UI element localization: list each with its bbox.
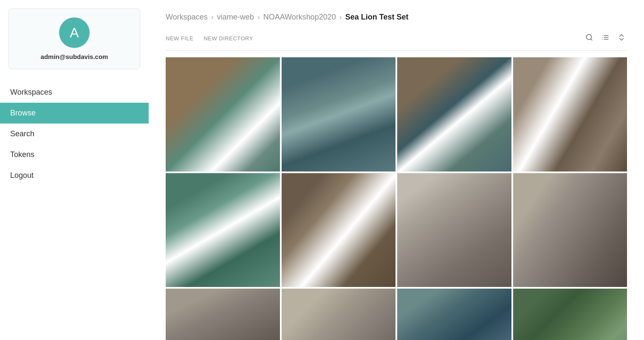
- image-item[interactable]: [513, 289, 627, 340]
- image-item[interactable]: [166, 289, 280, 340]
- sort-button[interactable]: [616, 32, 627, 45]
- image-grid: [166, 57, 627, 340]
- search-icon: [585, 34, 593, 41]
- avatar-initial: A: [70, 25, 79, 41]
- image-item[interactable]: [397, 57, 511, 171]
- toolbar: NEW FILE NEW DIRECTORY: [166, 32, 627, 51]
- main-content: Workspaces › viame-web › NOAAWorkshop202…: [149, 0, 644, 340]
- image-item[interactable]: [397, 289, 511, 340]
- breadcrumb-sep-3: ›: [339, 13, 342, 22]
- breadcrumb: Workspaces › viame-web › NOAAWorkshop202…: [166, 13, 627, 22]
- svg-line-1: [590, 39, 592, 40]
- avatar: A: [59, 17, 90, 48]
- sidebar-item-search[interactable]: Search: [0, 124, 149, 144]
- image-item[interactable]: [513, 173, 627, 287]
- image-item[interactable]: [282, 173, 396, 287]
- image-item[interactable]: [166, 173, 280, 287]
- nav-list: Workspaces Browse Search Tokens Logout: [0, 78, 149, 190]
- sort-icon: [618, 34, 625, 41]
- image-item[interactable]: [282, 57, 396, 171]
- image-item[interactable]: [282, 289, 396, 340]
- breadcrumb-noaa[interactable]: NOAAWorkshop2020: [263, 13, 336, 22]
- image-item[interactable]: [513, 57, 627, 171]
- sidebar-item-logout[interactable]: Logout: [0, 165, 149, 186]
- breadcrumb-viame-web[interactable]: viame-web: [217, 13, 254, 22]
- image-item[interactable]: [397, 173, 511, 287]
- breadcrumb-current: Sea Lion Test Set: [345, 13, 409, 22]
- sidebar-item-workspaces[interactable]: Workspaces: [0, 82, 149, 103]
- breadcrumb-sep-1: ›: [211, 13, 214, 22]
- breadcrumb-sep-2: ›: [257, 13, 260, 22]
- list-icon: [602, 34, 609, 41]
- breadcrumb-workspaces[interactable]: Workspaces: [166, 13, 208, 22]
- sidebar-item-browse[interactable]: Browse: [0, 103, 149, 124]
- new-file-button[interactable]: NEW FILE: [166, 35, 193, 42]
- image-item[interactable]: [166, 57, 280, 171]
- user-email: admin@subdavis.com: [41, 53, 108, 60]
- search-icon-button[interactable]: [584, 32, 595, 45]
- toolbar-icons: [584, 32, 627, 45]
- list-view-button[interactable]: [600, 32, 611, 45]
- user-card: A admin@subdavis.com: [8, 8, 140, 69]
- sidebar-item-tokens[interactable]: Tokens: [0, 144, 149, 165]
- sidebar-nav: Workspaces Browse Search Tokens Logout: [0, 78, 149, 190]
- sidebar: A admin@subdavis.com Workspaces Browse S…: [0, 0, 149, 340]
- new-directory-button[interactable]: NEW DIRECTORY: [203, 35, 253, 42]
